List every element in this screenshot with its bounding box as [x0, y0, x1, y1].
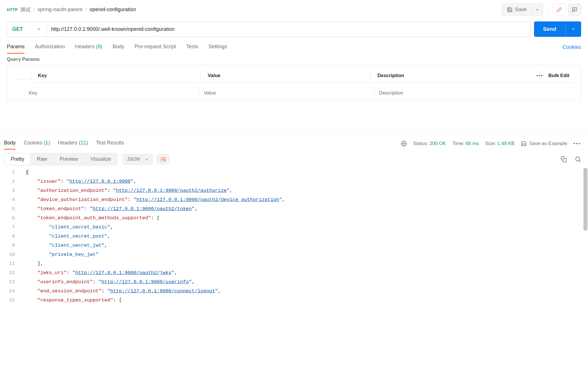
- svg-line-8: [579, 160, 580, 162]
- tab-settings[interactable]: Settings: [208, 41, 227, 53]
- breadcrumb-sep: /: [33, 7, 35, 13]
- response-tab-headers[interactable]: Headers (11): [58, 138, 88, 149]
- save-icon: [507, 7, 513, 13]
- method-select[interactable]: GET: [7, 22, 47, 37]
- method-label: GET: [12, 26, 23, 32]
- chevron-down-icon: [145, 157, 148, 161]
- line-wrap-button[interactable]: [156, 154, 170, 165]
- edit-button[interactable]: [553, 4, 566, 16]
- time-label: Time: 68 ms: [452, 141, 479, 146]
- breadcrumb-parent[interactable]: spring-oauth-parent: [38, 7, 83, 13]
- globe-icon[interactable]: [401, 140, 407, 147]
- save-icon: [521, 141, 527, 146]
- column-value: Value: [203, 69, 370, 83]
- value-input[interactable]: Value: [199, 86, 374, 100]
- breadcrumb-root[interactable]: 测试: [20, 6, 31, 13]
- query-params-title: Query Params: [0, 53, 588, 65]
- save-as-example-button[interactable]: Save as Example: [521, 141, 567, 146]
- tab-params[interactable]: Params: [7, 41, 25, 53]
- search-icon[interactable]: [575, 156, 581, 162]
- tab-prerequest[interactable]: Pre-request Script: [135, 41, 176, 53]
- save-button-label: Save: [515, 7, 527, 13]
- bulk-edit-button[interactable]: Bulk Edit: [548, 73, 569, 79]
- wrap-icon: [160, 156, 166, 162]
- svg-point-7: [576, 157, 580, 161]
- save-dropdown-button[interactable]: [531, 3, 543, 16]
- view-raw[interactable]: Raw: [31, 153, 53, 165]
- comments-button[interactable]: [568, 4, 581, 16]
- view-visualize[interactable]: Visualize: [84, 153, 117, 165]
- more-icon[interactable]: •••: [536, 73, 543, 79]
- send-dropdown-button[interactable]: [565, 22, 581, 36]
- pencil-icon: [556, 7, 562, 13]
- response-tab-test-results[interactable]: Test Results: [96, 138, 124, 149]
- description-input[interactable]: Description: [374, 86, 581, 100]
- table-row[interactable]: Key Value Description: [7, 86, 581, 100]
- tab-headers[interactable]: Headers (8): [75, 41, 102, 53]
- response-body[interactable]: 1{ 2 "issuer": "http://127.0.0.1:9000", …: [0, 168, 588, 305]
- request-input: GET: [7, 21, 531, 37]
- more-actions-button[interactable]: •••: [573, 141, 581, 146]
- key-input[interactable]: Key: [24, 86, 199, 100]
- http-method-badge: HTTP: [7, 7, 18, 13]
- divider: [548, 6, 548, 14]
- chevron-down-icon: [571, 27, 576, 32]
- column-key: Key: [33, 69, 201, 83]
- comment-icon: [572, 7, 577, 13]
- breadcrumb: 测试 / spring-oauth-parent / openid-config…: [20, 6, 500, 13]
- copy-icon[interactable]: [561, 156, 567, 162]
- breadcrumb-sep: /: [85, 7, 87, 13]
- status-label: Status: 200 OK: [413, 141, 446, 146]
- tab-headers-count: (8): [96, 44, 102, 49]
- tab-headers-label: Headers: [75, 44, 95, 49]
- size-label: Size: 1.49 KB: [485, 141, 515, 146]
- svg-rect-6: [563, 158, 566, 162]
- response-tab-cookies[interactable]: Cookies (1): [24, 138, 50, 149]
- view-preview[interactable]: Preview: [53, 153, 84, 165]
- chevron-down-icon: [37, 27, 41, 31]
- tab-body[interactable]: Body: [113, 41, 124, 53]
- response-tab-body[interactable]: Body: [4, 138, 16, 149]
- save-button[interactable]: Save: [502, 3, 531, 16]
- view-pretty[interactable]: Pretty: [5, 153, 31, 165]
- cookies-link[interactable]: Cookies: [563, 44, 581, 50]
- content-type-select[interactable]: JSON: [123, 154, 153, 165]
- chevron-down-icon: [535, 7, 539, 12]
- tab-authorization[interactable]: Authorization: [35, 41, 65, 53]
- send-button-group: Send: [534, 21, 581, 37]
- breadcrumb-current: openid-configuration: [90, 7, 136, 13]
- scrollbar[interactable]: [583, 168, 587, 231]
- tab-tests[interactable]: Tests: [186, 41, 198, 53]
- url-input[interactable]: [47, 22, 530, 37]
- column-description: Description: [373, 69, 540, 83]
- query-params-table: Key Value Description ••• Bulk Edit Key …: [7, 65, 581, 100]
- send-button[interactable]: Send: [534, 21, 565, 37]
